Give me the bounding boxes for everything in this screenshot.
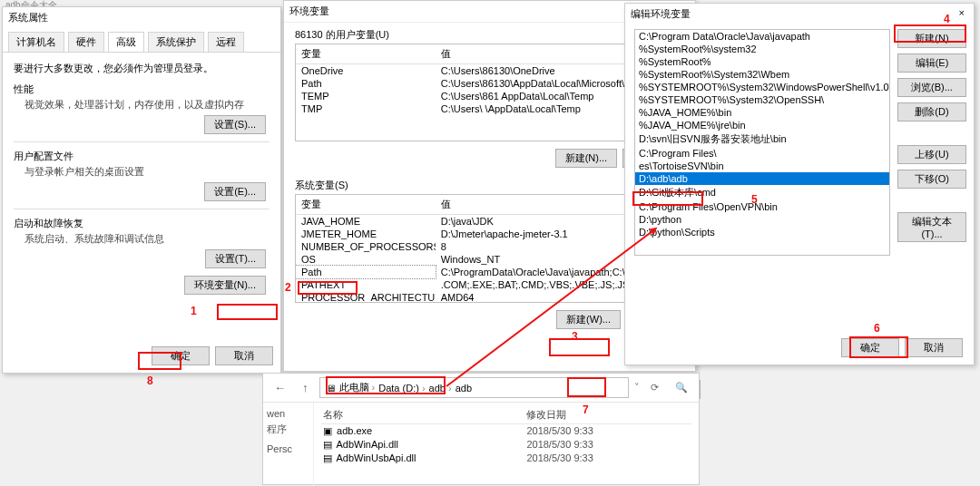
- path-item[interactable]: %SystemRoot%: [635, 55, 889, 68]
- edit-path-button[interactable]: 编辑(E): [897, 53, 966, 73]
- user-title: 用户配置文件: [14, 150, 270, 163]
- tab-remote[interactable]: 远程: [208, 32, 244, 52]
- ok-button[interactable]: 确定: [152, 346, 210, 365]
- var-name: PATHEXT: [296, 278, 436, 291]
- nav-up-icon[interactable]: ↑: [297, 379, 314, 396]
- tabs: 计算机名 硬件 高级 系统保护 远程: [3, 28, 280, 53]
- var-name: OS: [296, 253, 436, 266]
- tab-protection[interactable]: 系统保护: [148, 32, 204, 52]
- perf-title: 性能: [14, 83, 270, 96]
- browse-path-button[interactable]: 浏览(B)...: [897, 78, 966, 97]
- sidebar-item[interactable]: Persc: [267, 442, 309, 456]
- dll-icon: ▤: [323, 452, 334, 464]
- new-user-var-button[interactable]: 新建(N)...: [555, 149, 617, 168]
- file-name: adb.exe: [337, 425, 372, 436]
- explorer-sidebar: wen 程序 Persc: [263, 403, 314, 486]
- startup-sub: 系统启动、系统故障和调试信息: [24, 232, 270, 246]
- annotation-8: 8: [147, 374, 153, 387]
- var-name: Path: [296, 77, 436, 90]
- breadcrumb-seg[interactable]: adb: [429, 383, 452, 394]
- path-item[interactable]: C:\Program Files\OpenVPN\bin: [635, 200, 889, 213]
- nav-back-icon[interactable]: ←: [269, 379, 291, 396]
- column-var: 变量: [296, 195, 436, 214]
- exe-icon: ▣: [323, 425, 334, 437]
- var-name: Path: [296, 266, 436, 278]
- pc-icon: 🖥: [326, 383, 336, 394]
- cancel-button[interactable]: 取消: [905, 338, 963, 357]
- new-sys-var-button[interactable]: 新建(W)...: [556, 310, 621, 329]
- tab-computer-name[interactable]: 计算机名: [8, 32, 64, 52]
- user-sub: 与登录帐户相关的桌面设置: [24, 165, 270, 179]
- startup-settings-button[interactable]: 设置(T)...: [205, 249, 266, 268]
- var-name: JAVA_HOME: [296, 215, 436, 228]
- breadcrumb-seg[interactable]: 此电脑: [339, 381, 376, 394]
- var-name: JMETER_HOME: [296, 228, 436, 240]
- file-date: 2018/5/30 9:33: [524, 452, 691, 465]
- new-path-button[interactable]: 新建(N): [897, 29, 966, 48]
- move-down-button[interactable]: 下移(O): [897, 170, 966, 189]
- dialog-title: 系统属性: [3, 7, 280, 28]
- path-item[interactable]: D:\svn\旧SVN服务器安装地址\bin: [635, 131, 889, 147]
- var-name: NUMBER_OF_PROCESSORS: [296, 240, 436, 253]
- path-item[interactable]: es\TortoiseSVN\bin: [635, 160, 889, 172]
- perf-settings-button[interactable]: 设置(S)...: [204, 115, 266, 134]
- path-item[interactable]: C:\Program Files\: [635, 147, 889, 160]
- close-icon[interactable]: ×: [956, 7, 968, 21]
- breadcrumb-seg[interactable]: Data (D:): [378, 383, 425, 394]
- edit-text-button[interactable]: 编辑文本(T)...: [897, 212, 966, 242]
- admin-notice: 要进行大多数更改，您必须作为管理员登录。: [14, 62, 270, 75]
- cancel-button[interactable]: 取消: [215, 346, 273, 365]
- path-item[interactable]: %JAVA_HOME%\jre\bin: [635, 119, 889, 131]
- address-bar[interactable]: 🖥 此电脑 Data (D:) adb adb: [319, 377, 630, 398]
- var-name: TEMP: [296, 90, 436, 102]
- search-icon[interactable]: 🔍: [670, 380, 693, 395]
- var-name: PROCESSOR_ARCHITECTURE: [296, 291, 436, 303]
- edit-env-var-dialog: 编辑环境变量 × C:\Program Data\Oracle\Java\jav…: [624, 3, 975, 365]
- move-up-button[interactable]: 上移(U): [897, 145, 966, 164]
- file-row[interactable]: ▣ adb.exe2018/5/30 9:33: [321, 424, 691, 438]
- path-item[interactable]: %SystemRoot%\System32\Wbem: [635, 68, 889, 81]
- env-vars-button[interactable]: 环境变量(N)...: [184, 276, 266, 295]
- file-explorer: ← ↑ 🖥 此电脑 Data (D:) adb adb ˅ ⟳ 🔍 wen 程序…: [262, 373, 700, 485]
- perf-sub: 视觉效果，处理器计划，内存使用，以及虚拟内存: [24, 98, 270, 112]
- file-row[interactable]: ▤ AdbWinUsbApi.dll2018/5/30 9:33: [321, 452, 691, 465]
- path-item[interactable]: C:\Program Data\Oracle\Java\javapath: [635, 30, 889, 43]
- chevron-down-icon[interactable]: ˅: [634, 382, 640, 394]
- sidebar-item[interactable]: 程序: [267, 421, 309, 438]
- path-item[interactable]: D:\Git版本库\cmd: [635, 185, 889, 200]
- path-item[interactable]: D:\python: [635, 213, 889, 226]
- path-item-selected[interactable]: D:\adb\adb: [635, 172, 889, 185]
- sidebar-item[interactable]: wen: [267, 406, 309, 421]
- column-date[interactable]: 修改日期: [524, 406, 691, 423]
- column-name[interactable]: 名称: [321, 406, 524, 423]
- ok-button[interactable]: 确定: [841, 338, 899, 357]
- divider: [14, 141, 270, 142]
- file-row[interactable]: ▤ AdbWinApi.dll2018/5/30 9:33: [321, 438, 691, 452]
- file-list: 名称 修改日期 ▣ adb.exe2018/5/30 9:33 ▤ AdbWin…: [314, 403, 699, 486]
- tab-hardware[interactable]: 硬件: [68, 32, 104, 52]
- dialog-title: 环境变量: [289, 5, 329, 18]
- dialog-title: 编辑环境变量: [631, 7, 691, 21]
- path-item[interactable]: %SYSTEMROOT%\System32\OpenSSH\: [635, 93, 889, 106]
- startup-title: 启动和故障恢复: [14, 217, 270, 230]
- var-name: TMP: [296, 102, 436, 115]
- file-name: AdbWinUsbApi.dll: [336, 452, 416, 463]
- path-item[interactable]: D:\python\Scripts: [635, 226, 889, 238]
- tab-advanced[interactable]: 高级: [108, 32, 144, 52]
- breadcrumb-seg[interactable]: adb: [456, 383, 472, 394]
- system-properties-dialog: 系统属性 计算机名 硬件 高级 系统保护 远程 要进行大多数更改，您必须作为管理…: [2, 6, 281, 374]
- var-name: OneDrive: [296, 64, 436, 77]
- file-date: 2018/5/30 9:33: [524, 438, 691, 452]
- divider: [14, 209, 270, 209]
- dll-icon: ▤: [323, 439, 334, 451]
- path-item[interactable]: %JAVA_HOME%\bin: [635, 106, 889, 119]
- path-list[interactable]: C:\Program Data\Oracle\Java\javapath %Sy…: [634, 29, 890, 256]
- refresh-icon[interactable]: ⟳: [645, 380, 664, 395]
- delete-path-button[interactable]: 删除(D): [897, 102, 966, 122]
- path-item[interactable]: %SYSTEMROOT%\System32\WindowsPowerShell\…: [635, 81, 889, 93]
- file-date: 2018/5/30 9:33: [524, 424, 691, 438]
- column-var: 变量: [296, 44, 436, 63]
- file-name: AdbWinApi.dll: [336, 439, 397, 450]
- path-item[interactable]: %SystemRoot%\system32: [635, 43, 889, 55]
- user-settings-button[interactable]: 设置(E)...: [204, 182, 266, 201]
